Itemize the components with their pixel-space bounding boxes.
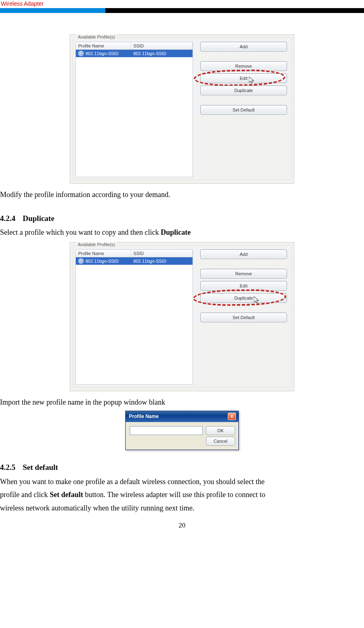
section-heading-425: 4.2.5Set default	[0, 461, 364, 474]
section-heading-424: 4.2.4Duplicate	[0, 212, 364, 225]
available-profiles-panel-2: Available Profile(s) Profile Name SSID 8…	[70, 242, 294, 391]
cancel-button[interactable]: Cancel	[206, 437, 235, 446]
groupbox-title: Available Profile(s)	[76, 242, 117, 247]
add-button[interactable]: Add	[200, 42, 287, 51]
remove-button[interactable]: Remove	[200, 61, 287, 71]
profile-icon	[78, 258, 84, 264]
list-item[interactable]: 802.11bgn-SSID 802.11bgn-SSID	[76, 50, 193, 57]
profile-icon	[78, 51, 84, 56]
duplicate-button[interactable]: Duplicate	[200, 86, 287, 95]
profile-name-dialog: Profile Name X OK Cancel	[125, 411, 239, 450]
duplicate-button[interactable]: Duplicate	[200, 293, 287, 303]
header-divider	[0, 8, 364, 13]
body-text: Select a profile which you want to copy …	[0, 226, 364, 239]
available-profiles-panel-1: Available Profile(s) Profile Name SSID 8…	[70, 34, 294, 184]
col-profile-name: Profile Name	[76, 42, 131, 49]
page-number: 20	[0, 521, 364, 529]
body-text: profile and click Set default button. Th…	[0, 489, 364, 501]
col-profile-name: Profile Name	[76, 250, 131, 257]
list-item[interactable]: 802.11bgn-SSID 802.11bgn-SSID	[76, 257, 193, 265]
edit-button[interactable]: Edit	[200, 73, 287, 83]
ok-button[interactable]: OK	[206, 426, 235, 435]
profile-name-input[interactable]	[130, 426, 203, 435]
row-profile-name: 802.11bgn-SSID	[86, 51, 118, 56]
close-button[interactable]: X	[228, 413, 236, 420]
body-text: When you want to make one profile as a d…	[0, 476, 364, 488]
edit-button[interactable]: Edit	[200, 281, 287, 291]
set-default-button[interactable]: Set Default	[200, 105, 287, 115]
row-ssid: 802.11bgn-SSID	[133, 259, 166, 264]
groupbox-title: Available Profile(s)	[76, 34, 117, 39]
col-ssid: SSID	[131, 250, 193, 257]
add-button[interactable]: Add	[200, 249, 287, 259]
body-text: wireless network automatically when the …	[0, 502, 364, 514]
dialog-title: Profile Name	[129, 414, 158, 419]
set-default-button[interactable]: Set Default	[200, 313, 287, 322]
body-text: Modify the profile information according…	[0, 189, 364, 201]
page-header-title: Wireless Adapter	[0, 0, 44, 7]
profile-list[interactable]: Profile Name SSID 802.11bgn-SSID 802.11b…	[75, 42, 193, 177]
remove-button[interactable]: Remove	[200, 269, 287, 279]
col-ssid: SSID	[131, 42, 193, 49]
row-profile-name: 802.11bgn-SSID	[86, 259, 118, 264]
profile-list[interactable]: Profile Name SSID 802.11bgn-SSID 802.11b…	[75, 249, 193, 385]
row-ssid: 802.11bgn-SSID	[133, 51, 166, 56]
body-text: Import the new profile name in the popup…	[0, 396, 364, 409]
